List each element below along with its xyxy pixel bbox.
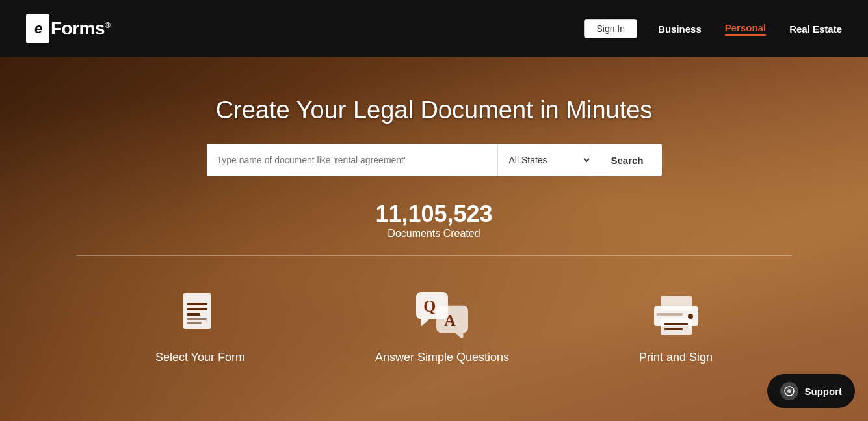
svg-rect-4 — [187, 318, 207, 320]
qa-icon: Q A — [416, 288, 468, 340]
step-select-form-label: Select Your Form — [155, 351, 245, 364]
svg-rect-15 — [664, 323, 688, 325]
hero-title: Create Your Legal Document in Minutes — [216, 96, 653, 124]
print-icon — [650, 288, 702, 340]
svg-point-17 — [688, 314, 693, 319]
state-select[interactable]: All States AlabamaAlaskaArizona Arkansas… — [497, 144, 592, 176]
step-print-sign-label: Print and Sign — [639, 351, 713, 364]
step-print-sign: Print and Sign — [639, 288, 713, 364]
step-answer-questions-label: Answer Simple Questions — [375, 351, 509, 364]
form-icon — [174, 288, 226, 340]
navbar: e Forms® Sign In Business Personal Real … — [0, 0, 868, 57]
search-bar: All States AlabamaAlaskaArizona Arkansas… — [207, 144, 662, 176]
svg-rect-14 — [661, 318, 692, 335]
divider — [77, 255, 792, 256]
svg-rect-5 — [187, 322, 202, 324]
svg-marker-7 — [421, 319, 430, 327]
svg-text:A: A — [444, 312, 456, 329]
nav-realestate[interactable]: Real Estate — [789, 23, 842, 34]
support-button[interactable]: Support — [767, 374, 856, 408]
hero-content: Create Your Legal Document in Minutes Al… — [0, 57, 868, 364]
hero-section: Create Your Legal Document in Minutes Al… — [0, 57, 868, 421]
logo-e-box: e — [26, 14, 49, 43]
support-icon — [780, 382, 798, 400]
svg-marker-10 — [454, 333, 463, 338]
doc-count: 11,105,523 — [375, 200, 492, 228]
svg-rect-2 — [187, 308, 207, 310]
logo-e: e — [34, 20, 41, 37]
doc-label: Documents Created — [388, 228, 480, 239]
nav-links: Business Personal Real Estate — [658, 22, 842, 36]
steps-row: Select Your Form Q A — [155, 288, 713, 364]
step-answer-questions: Q A Answer Simple Questions — [375, 288, 509, 364]
svg-point-20 — [787, 389, 791, 393]
search-button[interactable]: Search — [592, 144, 661, 176]
logo-text: Forms® — [51, 18, 110, 39]
nav-business[interactable]: Business — [658, 23, 702, 34]
nav-personal[interactable]: Personal — [725, 22, 766, 36]
svg-rect-18 — [657, 313, 683, 316]
svg-rect-13 — [661, 296, 692, 310]
support-label: Support — [805, 386, 843, 397]
signin-button[interactable]: Sign In — [584, 19, 637, 38]
svg-rect-16 — [664, 328, 683, 330]
search-input[interactable] — [207, 144, 498, 176]
svg-rect-3 — [187, 313, 200, 316]
nav-right: Sign In Business Personal Real Estate — [584, 19, 842, 38]
step-select-form: Select Your Form — [155, 288, 245, 364]
svg-rect-1 — [187, 303, 207, 305]
svg-text:Q: Q — [423, 297, 436, 315]
logo[interactable]: e Forms® — [26, 14, 110, 43]
